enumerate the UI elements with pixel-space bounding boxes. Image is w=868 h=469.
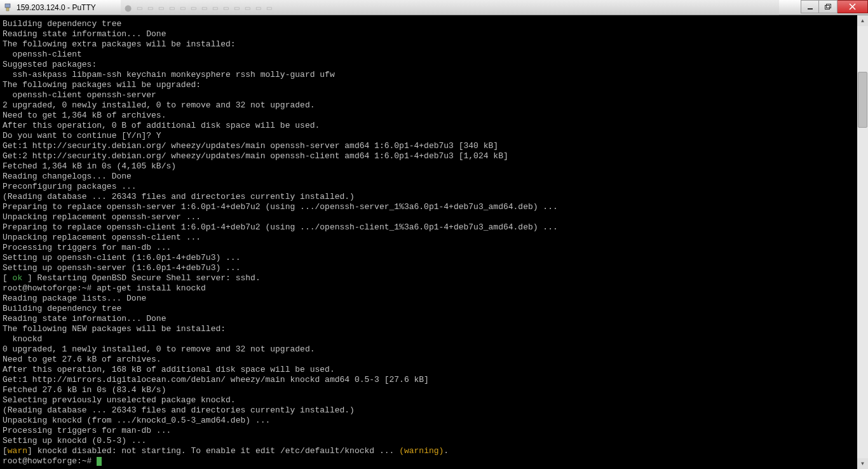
terminal-line: (Reading database ... 26343 files and di… (3, 405, 865, 416)
terminal-line: Fetched 27.6 kB in 0s (83.4 kB/s) (3, 385, 865, 395)
terminal-line: Get:1 http://security.debian.org/ wheezy… (3, 141, 865, 151)
terminal-line: 2 upgraded, 0 newly installed, 0 to remo… (3, 100, 865, 111)
maximize-button[interactable] (819, 0, 837, 13)
terminal-line: ssh-askpass libpam-ssh keychain monkeysp… (3, 70, 865, 80)
background-taskbar: ⬤▭▭▭▭▭▭▭▭▭▭▭▭▭ (121, 0, 779, 15)
terminal-line: knockd (3, 334, 865, 344)
terminal-line: Need to get 1,364 kB of archives. (3, 111, 865, 121)
terminal-line: Preparing to replace openssh-client 1:6.… (3, 222, 865, 233)
scroll-up-button[interactable]: ▲ (857, 15, 868, 26)
terminal-line: Fetched 1,364 kB in 0s (4,105 kB/s) (3, 161, 865, 172)
terminal-line: Building dependency tree (3, 19, 865, 29)
terminal-line: [warn] knockd disabled: not starting. To… (3, 446, 865, 456)
terminal-line: The following NEW packages will be insta… (3, 324, 865, 334)
terminal-line: Building dependency tree (3, 304, 865, 314)
close-button[interactable] (837, 0, 868, 13)
terminal-line: [ ok ] Restarting OpenBSD Secure Shell s… (3, 273, 865, 283)
terminal-line: After this operation, 0 B of additional … (3, 121, 865, 131)
putty-icon (3, 3, 13, 13)
terminal-line: Preconfiguring packages ... (3, 182, 865, 192)
window-controls (801, 0, 868, 13)
terminal-line: root@howtoforge:~# (3, 456, 865, 466)
terminal-line: The following extra packages will be ins… (3, 39, 865, 50)
terminal-line: Reading state information... Done (3, 314, 865, 324)
terminal-line: The following packages will be upgraded: (3, 80, 865, 90)
terminal-line: (Reading database ... 26343 files and di… (3, 192, 865, 202)
terminal-line: openssh-client openssh-server (3, 90, 865, 100)
terminal-line: Setting up openssh-server (1:6.0p1-4+deb… (3, 263, 865, 273)
terminal-line: Get:2 http://security.debian.org/ wheezy… (3, 151, 865, 161)
terminal-line: Selecting previously unselected package … (3, 395, 865, 405)
terminal-line: Preparing to replace openssh-server 1:6.… (3, 202, 865, 212)
svg-rect-0 (5, 4, 10, 8)
terminal-output[interactable]: Building dependency treeReading state in… (0, 15, 868, 469)
terminal-line: Reading changelogs... Done (3, 172, 865, 182)
terminal-line: Unpacking knockd (from .../knockd_0.5-3_… (3, 416, 865, 426)
cursor (97, 457, 102, 466)
scrollbar-thumb[interactable] (858, 72, 867, 128)
terminal-line: Get:1 http://mirrors.digitalocean.com/de… (3, 375, 865, 385)
terminal-line: Processing triggers for man-db ... (3, 243, 865, 253)
terminal-line: openssh-client (3, 50, 865, 60)
terminal-line: After this operation, 168 kB of addition… (3, 365, 865, 375)
svg-rect-1 (6, 8, 9, 11)
terminal-line: Unpacking replacement openssh-server ... (3, 212, 865, 222)
terminal-line: Reading package lists... Done (3, 294, 865, 304)
terminal-line: Suggested packages: (3, 60, 865, 70)
terminal-line: Setting up openssh-client (1:6.0p1-4+deb… (3, 253, 865, 263)
minimize-button[interactable] (801, 0, 819, 13)
terminal-line: Unpacking replacement openssh-client ... (3, 233, 865, 243)
scrollbar-track[interactable] (857, 26, 868, 458)
svg-rect-5 (825, 5, 830, 9)
scroll-down-button[interactable]: ▼ (857, 458, 868, 469)
vertical-scrollbar[interactable]: ▲ ▼ (857, 15, 868, 469)
terminal-line: Setting up knockd (0.5-3) ... (3, 436, 865, 446)
terminal-line: Need to get 27.6 kB of archives. (3, 355, 865, 365)
terminal-line: root@howtoforge:~# apt-get install knock… (3, 283, 865, 294)
window-titlebar[interactable]: 159.203.124.0 - PuTTY ⬤▭▭▭▭▭▭▭▭▭▭▭▭▭ (0, 0, 868, 15)
terminal-line: 0 upgraded, 1 newly installed, 0 to remo… (3, 344, 865, 355)
terminal-line: Processing triggers for man-db ... (3, 426, 865, 436)
terminal-line: Do you want to continue [Y/n]? Y (3, 131, 865, 141)
svg-rect-6 (827, 4, 831, 8)
terminal-line: Reading state information... Done (3, 29, 865, 39)
